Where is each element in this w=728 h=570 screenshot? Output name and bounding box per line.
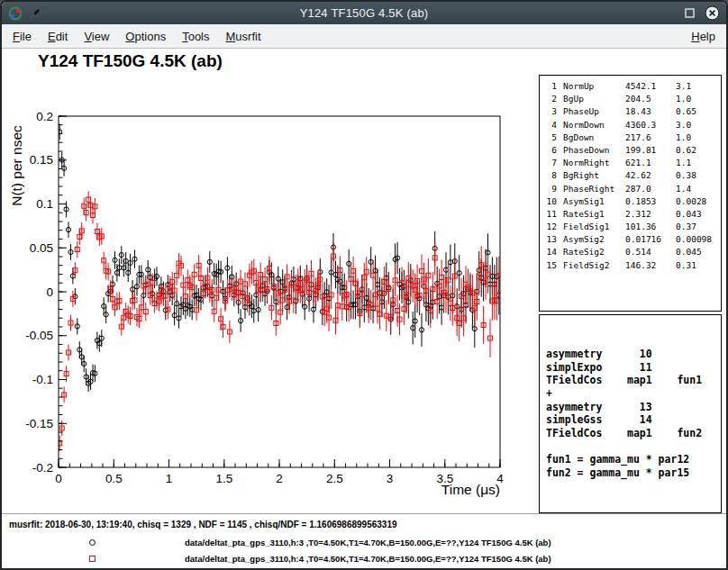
param-error: 3.1 [676, 80, 719, 93]
param-error: 0.38 [676, 169, 719, 182]
svg-text:0: 0 [46, 285, 53, 299]
param-value: 621.1 [625, 157, 676, 169]
canvas-area: 00.511.522.533.54-0.2-0.15-0.1-0.0500.05… [2, 49, 726, 513]
pushpin-icon[interactable] [30, 7, 41, 19]
param-num: 9 [541, 183, 557, 195]
app-icon [8, 6, 23, 21]
theory-box: asymmetry 10 simplExpo 11 TFieldCos map1… [539, 314, 722, 513]
param-error: 1.0 [676, 93, 719, 105]
legend-marker-square [89, 556, 96, 562]
menu-item-view[interactable]: View [76, 26, 117, 47]
param-value: 146.32 [625, 259, 676, 272]
param-error: 0.043 [676, 208, 719, 221]
param-value: 4542.1 [625, 80, 676, 93]
param-error: 1.4 [676, 183, 719, 195]
param-value: 0.01716 [625, 233, 676, 246]
param-name: PhaseDown [563, 144, 625, 157]
legend-marker-circle [89, 539, 96, 546]
param-num: 12 [541, 221, 557, 233]
svg-text:3: 3 [387, 472, 394, 485]
maximize-button[interactable] [684, 7, 696, 19]
parameter-row: 3PhaseUp18.430.65 [541, 105, 719, 118]
param-name: BgDown [563, 131, 625, 144]
param-error: 1.0 [676, 131, 719, 144]
menu-item-edit[interactable]: Edit [40, 26, 76, 47]
param-num: 13 [541, 233, 557, 246]
param-name: RateSig1 [563, 208, 625, 221]
param-num: 15 [541, 259, 557, 272]
svg-text:1: 1 [166, 472, 173, 485]
param-error: 0.31 [676, 259, 719, 272]
parameter-row: 14RateSig20.5140.045 [541, 246, 719, 258]
param-value: 217.6 [625, 131, 676, 144]
window-title: Y124 TF150G 4.5K (ab) [74, 6, 654, 20]
svg-text:-0.05: -0.05 [25, 329, 53, 342]
param-value: 199.81 [625, 144, 676, 157]
svg-text:0.1: 0.1 [36, 197, 53, 211]
svg-text:-0.2: -0.2 [32, 461, 53, 475]
param-name: BgRight [563, 169, 625, 182]
param-name: FieldSig2 [563, 259, 625, 272]
parameter-row: 11RateSig12.3120.043 [541, 208, 719, 221]
param-name: NormRight [563, 157, 625, 169]
x-axis-title: Time (μs) [441, 482, 500, 497]
parameter-row: 7NormRight621.11.1 [541, 157, 719, 169]
param-error: 0.045 [676, 246, 719, 258]
param-name: PhaseRight [563, 183, 625, 195]
parameter-row: 5BgDown217.61.0 [541, 131, 719, 144]
param-name: RateSig2 [563, 246, 625, 258]
param-name: BgUp [563, 93, 625, 105]
menubar: FileEditViewOptionsToolsMusrfit Help [2, 24, 726, 49]
svg-text:0.15: 0.15 [30, 153, 53, 167]
param-value: 204.5 [625, 93, 676, 105]
svg-text:2: 2 [276, 472, 283, 485]
parameter-row: 12FieldSig1101.360.37 [541, 221, 719, 233]
param-value: 0.1853 [625, 195, 676, 208]
parameter-row: 10AsymSig10.18530.0028 [541, 195, 719, 208]
parameter-row: 9PhaseRight287.01.4 [541, 183, 719, 195]
param-num: 5 [541, 131, 557, 144]
param-name: PhaseUp [563, 105, 625, 118]
info-pad: musrfit: 2018-06-30, 13:19:40, chisq = 1… [2, 513, 726, 568]
param-name: FieldSig1 [563, 221, 625, 233]
param-num: 2 [541, 93, 557, 105]
param-value: 0.514 [625, 246, 676, 258]
param-num: 14 [541, 246, 557, 258]
param-num: 1 [541, 80, 557, 93]
param-error: 0.00098 [676, 233, 719, 246]
series-hist4-down-points [58, 191, 502, 451]
param-name: AsymSig1 [563, 195, 625, 208]
plot-title: Y124 TF150G 4.5K (ab) [38, 51, 223, 71]
fit-status-line: musrfit: 2018-06-30, 13:19:40, chisq = 1… [9, 520, 397, 529]
parameter-row: 1NormUp4542.13.1 [541, 80, 719, 93]
parameter-rows: 1NormUp4542.13.12BgUp204.51.03PhaseUp18.… [541, 80, 719, 272]
menu-item-file[interactable]: File [5, 26, 40, 47]
plot-canvas[interactable]: 00.511.522.533.54-0.2-0.15-0.1-0.0500.05… [2, 49, 542, 513]
param-num: 6 [541, 144, 557, 157]
titlebar[interactable]: Y124 TF150G 4.5K (ab) [2, 2, 726, 24]
menu-item-tools[interactable]: Tools [174, 26, 217, 47]
param-name: NormUp [563, 80, 625, 93]
svg-text:0.05: 0.05 [30, 241, 53, 255]
param-num: 4 [541, 119, 557, 131]
svg-text:0.5: 0.5 [105, 472, 123, 485]
y-axis-title: N(t) per nsec [9, 125, 24, 206]
param-value: 42.62 [625, 169, 676, 182]
menu-item-options[interactable]: Options [117, 26, 174, 47]
param-value: 287.0 [625, 183, 676, 195]
parameter-row: 15FieldSig2146.320.31 [541, 259, 719, 272]
menu-right-group: Help [683, 30, 723, 43]
param-error: 3.0 [676, 119, 719, 131]
menu-item-help[interactable]: Help [683, 26, 723, 47]
menu-item-musrfit[interactable]: Musrfit [218, 26, 269, 47]
param-name: NormDown [563, 119, 625, 131]
musrview-window: Y124 TF150G 4.5K (ab) FileEditViewOption… [0, 0, 728, 570]
parameter-row: 2BgUp204.51.0 [541, 93, 719, 105]
svg-text:2.5: 2.5 [326, 472, 343, 485]
parameter-row: 6PhaseDown199.810.62 [541, 144, 719, 157]
svg-text:-0.15: -0.15 [25, 417, 53, 430]
param-error: 0.62 [676, 144, 719, 157]
close-button[interactable] [705, 5, 720, 21]
param-value: 18.43 [625, 105, 676, 118]
param-num: 11 [541, 208, 557, 221]
